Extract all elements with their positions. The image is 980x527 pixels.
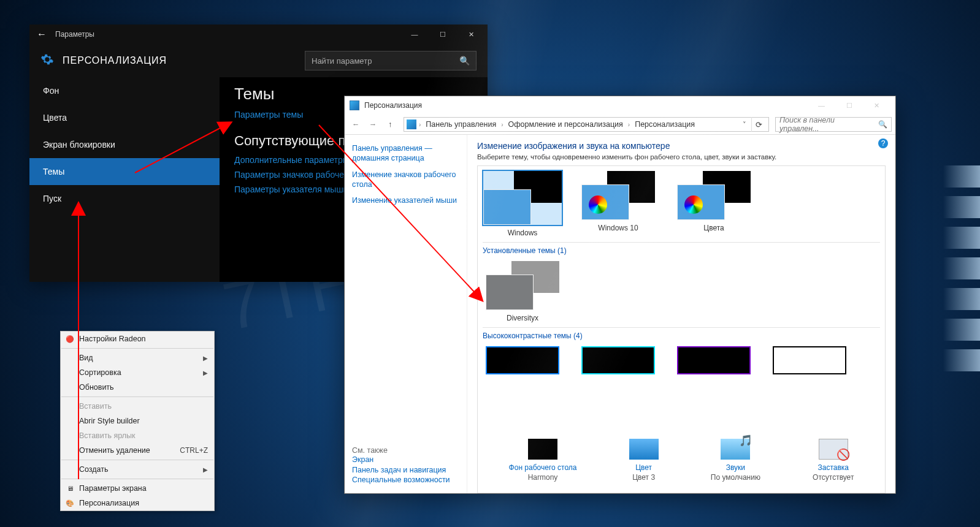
ctx-item: Вставить	[61, 399, 214, 414]
breadcrumb-seg[interactable]: Оформление и персонализация	[506, 120, 626, 129]
ctx-item[interactable]: Abrir Style builder	[61, 414, 214, 428]
sidebar-item-пуск[interactable]: Пуск	[29, 185, 220, 212]
ctx-item[interactable]: Обновить	[61, 380, 214, 395]
back-icon[interactable]: ←	[32, 29, 52, 40]
cp-search-input[interactable]: Поиск в панели управлен... 🔍	[775, 117, 892, 132]
see-also-link[interactable]: Специальные возможности	[352, 475, 459, 485]
theme-label: Windows	[483, 229, 562, 237]
installed-themes-label: Установленные темы (1)	[483, 246, 880, 255]
ctx-item-label: Создать	[79, 465, 109, 474]
chevron-right-icon: ▶	[203, 355, 208, 362]
chevron-right-icon: ›	[501, 121, 503, 128]
display-icon: 🖥	[64, 485, 75, 492]
maximize-button[interactable]: ☐	[835, 97, 863, 114]
see-also-link[interactable]: Панель задач и навигация	[352, 465, 459, 475]
nav-forward-button: →	[366, 117, 380, 132]
screensaver-icon: 🚫	[819, 439, 848, 460]
cp-footer-links: Фон рабочего стола Harmony Цвет Цвет 3 🎵…	[477, 433, 886, 493]
close-button[interactable]: ✕	[863, 97, 890, 114]
maximize-button[interactable]: ☐	[429, 25, 457, 44]
footer-link-background[interactable]: Фон рабочего стола Harmony	[509, 439, 577, 482]
search-icon: 🔍	[459, 56, 470, 66]
cp-left-nav: Панель управления — домашняя страница Из…	[345, 135, 467, 493]
ctx-item-label: Параметры экрана	[79, 484, 147, 493]
themes-scroll-area[interactable]: WindowsWindows 10Цвета Установленные тем…	[477, 165, 886, 433]
ctx-item[interactable]: Отменить удалениеCTRL+Z	[61, 443, 214, 458]
sidebar-item-темы[interactable]: Темы	[29, 158, 220, 185]
address-bar[interactable]: › Панель управления › Оформление и персо…	[404, 117, 769, 132]
theme-label: Windows 10	[578, 224, 658, 232]
chevron-right-icon: ›	[628, 121, 630, 128]
ctx-item[interactable]: Сортировка▶	[61, 365, 214, 380]
theme-tile-hc[interactable]	[770, 346, 849, 378]
ctx-item-label: Обновить	[79, 383, 114, 392]
cp-left-link[interactable]: Панель управления — домашняя страница	[352, 143, 459, 164]
ctx-item[interactable]: 🖥Параметры экрана	[61, 481, 214, 496]
nav-back-button[interactable]: ←	[348, 117, 363, 132]
nav-up-button[interactable]: ↑	[383, 117, 397, 132]
settings-titlebar[interactable]: ← Параметры — ☐ ✕	[29, 25, 488, 44]
theme-label: Diversityx	[483, 314, 562, 322]
see-also-link[interactable]: Экран	[352, 455, 459, 464]
cp-search-placeholder: Поиск в панели управлен...	[779, 116, 875, 133]
sidebar-item-экран блокировки[interactable]: Экран блокировки	[29, 131, 220, 158]
shortcut-label: CTRL+Z	[180, 446, 208, 455]
settings-sidebar: ФонЦветаЭкран блокировкиТемыПуск	[29, 77, 220, 282]
sidebar-item-цвета[interactable]: Цвета	[29, 104, 220, 131]
refresh-button[interactable]: ⟳	[751, 117, 766, 132]
ctx-item[interactable]: 🎨Персонализация	[61, 496, 214, 510]
ctx-item: Вставить ярлык	[61, 428, 214, 443]
footer-link-screensaver[interactable]: 🚫 Заставка Отсутствует	[813, 439, 854, 482]
ctx-item-label: Вид	[79, 354, 93, 362]
cp-left-link[interactable]: Изменение значков рабочего стола	[352, 170, 459, 190]
settings-search-placeholder: Найти параметр	[312, 56, 454, 66]
settings-search-input[interactable]: Найти параметр 🔍	[305, 51, 477, 70]
cp-page-heading: Изменение изображения и звука на компьют…	[477, 141, 886, 151]
theme-label: Цвета	[674, 224, 754, 232]
color-icon	[629, 439, 659, 460]
ctx-item-label: Настройки Radeon	[79, 335, 146, 343]
help-icon[interactable]: ?	[878, 138, 888, 148]
minimize-button[interactable]: —	[808, 97, 835, 114]
see-also-heading: См. также	[352, 446, 459, 455]
breadcrumb-seg[interactable]: Персонализация	[632, 120, 697, 129]
theme-tile-hc[interactable]	[578, 346, 658, 378]
radeon-icon: 🔴	[64, 335, 75, 343]
chevron-right-icon: ›	[419, 121, 421, 128]
personalization-icon	[407, 119, 416, 129]
minimize-button[interactable]: —	[400, 25, 429, 44]
ctx-item[interactable]: Создать▶	[61, 462, 214, 477]
ctx-item-label: Отменить удаление	[79, 446, 150, 455]
footer-link-sounds[interactable]: 🎵 Звуки По умолчанию	[711, 439, 760, 482]
chevron-right-icon: ▶	[203, 466, 208, 473]
footer-link-color[interactable]: Цвет Цвет 3	[629, 439, 659, 482]
ctx-item-label: Вставить	[79, 402, 112, 411]
wallpaper-icon	[528, 439, 557, 460]
theme-tile[interactable]: Цвета	[674, 171, 754, 237]
theme-tile-hc[interactable]	[483, 346, 562, 378]
ctx-item-label: Вставить ярлык	[79, 431, 136, 440]
cp-window-title: Персонализация	[364, 101, 422, 110]
theme-tile-hc[interactable]	[674, 346, 754, 378]
chevron-right-icon: ▶	[203, 370, 208, 376]
cp-navbar: ← → ↑ › Панель управления › Оформление и…	[345, 115, 895, 135]
cp-content: ? Изменение изображения и звука на компь…	[467, 135, 895, 493]
search-icon: 🔍	[878, 120, 887, 129]
ctx-item[interactable]: 🔴Настройки Radeon	[61, 332, 214, 346]
cp-page-subtitle: Выберите тему, чтобы одновременно измени…	[477, 153, 886, 161]
theme-tile[interactable]: Diversityx	[483, 261, 562, 322]
hc-themes-label: Высококонтрастные темы (4)	[483, 332, 880, 340]
gear-icon	[40, 53, 54, 69]
ctx-item[interactable]: Вид▶	[61, 351, 214, 365]
desktop-context-menu: 🔴Настройки RadeonВид▶Сортировка▶Обновить…	[60, 331, 215, 511]
chevron-down-icon[interactable]: ˅	[743, 121, 746, 129]
close-button[interactable]: ✕	[457, 25, 485, 44]
sidebar-item-фон[interactable]: Фон	[29, 77, 220, 104]
ctx-item-label: Abrir Style builder	[79, 417, 140, 425]
section-title: ПЕРСОНАЛИЗАЦИЯ	[63, 55, 167, 66]
theme-tile[interactable]: Windows	[483, 171, 562, 237]
cp-left-link[interactable]: Изменение указателей мыши	[352, 195, 459, 205]
theme-tile[interactable]: Windows 10	[578, 171, 658, 237]
cp-titlebar[interactable]: Персонализация — ☐ ✕	[345, 96, 895, 115]
breadcrumb-seg[interactable]: Панель управления	[423, 120, 499, 129]
